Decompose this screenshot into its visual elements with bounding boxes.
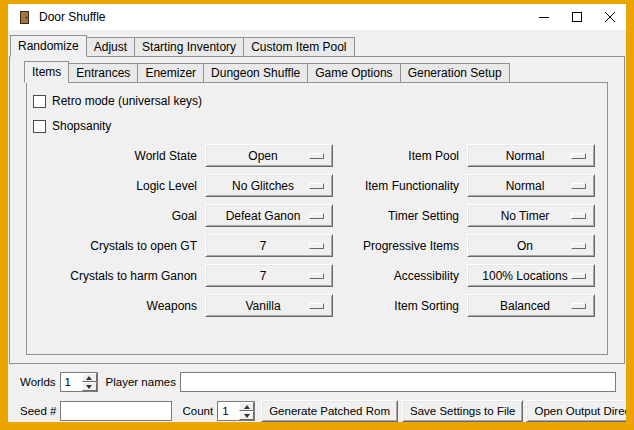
tab-items[interactable]: Items	[24, 61, 69, 83]
weapons-dropdown[interactable]: Vanilla	[205, 294, 333, 317]
accessibility-label: Accessibility	[347, 269, 459, 283]
item-sorting-label: Item Sorting	[347, 299, 459, 313]
open-output-directory-button[interactable]: Open Output Directory	[526, 400, 626, 422]
dropdown-value: 7	[260, 239, 267, 253]
seed-label: Seed #	[20, 405, 56, 417]
settings-row: Logic Level No Glitches Item Functionali…	[29, 174, 605, 197]
minimize-button[interactable]	[527, 4, 560, 30]
dropdown-value: On	[517, 239, 533, 253]
titlebar[interactable]: Door Shuffle	[8, 4, 626, 30]
dropdown-value: Balanced	[500, 299, 550, 313]
tab-generation-setup[interactable]: Generation Setup	[401, 63, 510, 82]
weapons-label: Weapons	[29, 299, 197, 313]
settings-row: Crystals to open GT 7 Progressive Items …	[29, 234, 605, 257]
tab-entrances[interactable]: Entrances	[69, 63, 138, 82]
shopsanity-checkbox-row[interactable]: Shopsanity	[33, 116, 605, 136]
dropdown-indicator-icon	[571, 153, 586, 159]
app-icon	[17, 10, 32, 25]
player-names-label: Player names	[106, 376, 176, 388]
item-functionality-label: Item Functionality	[347, 179, 459, 193]
logic-level-label: Logic Level	[29, 179, 197, 193]
spin-down-button[interactable]	[239, 411, 254, 420]
timer-setting-label: Timer Setting	[347, 209, 459, 223]
settings-row: Goal Defeat Ganon Timer Setting No Timer	[29, 204, 605, 227]
worlds-spinner[interactable]: 1	[60, 372, 98, 392]
close-button[interactable]	[593, 4, 626, 30]
spin-up-button[interactable]	[239, 402, 254, 411]
dropdown-indicator-icon	[309, 213, 324, 219]
bottom-controls: Worlds 1 Player names Seed # Count	[8, 364, 626, 422]
arrow-down-icon	[86, 385, 92, 389]
crystals-ganon-dropdown[interactable]: 7	[205, 264, 333, 287]
arrow-up-icon	[86, 376, 92, 380]
world-state-label: World State	[29, 149, 197, 163]
item-pool-dropdown[interactable]: Normal	[467, 144, 595, 167]
caption-buttons	[527, 4, 626, 30]
spin-up-button[interactable]	[82, 373, 97, 382]
dropdown-value: Defeat Ganon	[226, 209, 301, 223]
seed-row: Seed # Count 1 Generate Patched Rom Save…	[20, 400, 616, 422]
count-value[interactable]: 1	[218, 402, 239, 420]
tab-custom-item-pool[interactable]: Custom Item Pool	[244, 37, 354, 56]
crystals-gt-dropdown[interactable]: 7	[205, 234, 333, 257]
inner-tab-bar: Items Entrances Enemizer Dungeon Shuffle…	[24, 61, 624, 82]
dropdown-indicator-icon	[309, 303, 324, 309]
crystals-ganon-label: Crystals to harm Ganon	[29, 269, 197, 283]
shopsanity-checkbox[interactable]	[33, 120, 46, 133]
dropdown-value: No Timer	[501, 209, 550, 223]
progressive-items-dropdown[interactable]: On	[467, 234, 595, 257]
dropdown-value: Normal	[506, 149, 545, 163]
generate-patched-rom-button[interactable]: Generate Patched Rom	[261, 400, 398, 422]
dropdown-indicator-icon	[571, 273, 586, 279]
window-frame: Door Shuffle Randomize Adjust Starting I…	[0, 0, 634, 430]
accessibility-dropdown[interactable]: 100% Locations	[467, 264, 595, 287]
goal-dropdown[interactable]: Defeat Ganon	[205, 204, 333, 227]
randomize-panel: Items Entrances Enemizer Dungeon Shuffle…	[9, 56, 625, 364]
dropdown-value: 7	[260, 269, 267, 283]
items-panel: Retro mode (universal keys) Shopsanity W…	[26, 82, 608, 355]
player-names-input[interactable]	[180, 372, 616, 392]
settings-row: World State Open Item Pool Normal	[29, 144, 605, 167]
dropdown-indicator-icon	[309, 183, 324, 189]
outer-tab-bar: Randomize Adjust Starting Inventory Cust…	[10, 35, 626, 56]
dropdown-indicator-icon	[309, 153, 324, 159]
retro-mode-checkbox-row[interactable]: Retro mode (universal keys)	[33, 91, 605, 111]
crystals-gt-label: Crystals to open GT	[29, 239, 197, 253]
window-body: Randomize Adjust Starting Inventory Cust…	[8, 30, 626, 422]
worlds-label: Worlds	[20, 376, 56, 388]
arrow-up-icon	[244, 405, 250, 409]
tab-game-options[interactable]: Game Options	[308, 63, 400, 82]
settings-row: Crystals to harm Ganon 7 Accessibility 1…	[29, 264, 605, 287]
logic-level-dropdown[interactable]: No Glitches	[205, 174, 333, 197]
item-sorting-dropdown[interactable]: Balanced	[467, 294, 595, 317]
dropdown-value: 100% Locations	[482, 269, 567, 283]
dropdown-indicator-icon	[571, 243, 586, 249]
dropdown-indicator-icon	[571, 183, 586, 189]
dropdown-value: Open	[248, 149, 277, 163]
retro-mode-checkbox[interactable]	[33, 95, 46, 108]
count-spinner[interactable]: 1	[217, 401, 255, 421]
worlds-row: Worlds 1 Player names	[20, 372, 616, 392]
tab-enemizer[interactable]: Enemizer	[138, 63, 204, 82]
spinner-arrows	[82, 373, 97, 391]
tab-randomize[interactable]: Randomize	[10, 35, 87, 57]
timer-setting-dropdown[interactable]: No Timer	[467, 204, 595, 227]
app-window: Door Shuffle Randomize Adjust Starting I…	[8, 4, 626, 422]
dropdown-indicator-icon	[309, 273, 324, 279]
item-pool-label: Item Pool	[347, 149, 459, 163]
item-functionality-dropdown[interactable]: Normal	[467, 174, 595, 197]
settings-row: Weapons Vanilla Item Sorting Balanced	[29, 294, 605, 317]
seed-input[interactable]	[60, 401, 172, 421]
spin-down-button[interactable]	[82, 382, 97, 391]
save-settings-button[interactable]: Save Settings to File	[402, 400, 523, 422]
maximize-button[interactable]	[560, 4, 593, 30]
worlds-value[interactable]: 1	[61, 373, 82, 391]
tab-adjust[interactable]: Adjust	[87, 37, 135, 56]
world-state-dropdown[interactable]: Open	[205, 144, 333, 167]
goal-label: Goal	[29, 209, 197, 223]
tab-dungeon-shuffle[interactable]: Dungeon Shuffle	[204, 63, 308, 82]
count-label: Count	[182, 405, 213, 417]
dropdown-indicator-icon	[571, 213, 586, 219]
dropdown-value: Normal	[506, 179, 545, 193]
tab-starting-inventory[interactable]: Starting Inventory	[135, 37, 244, 56]
